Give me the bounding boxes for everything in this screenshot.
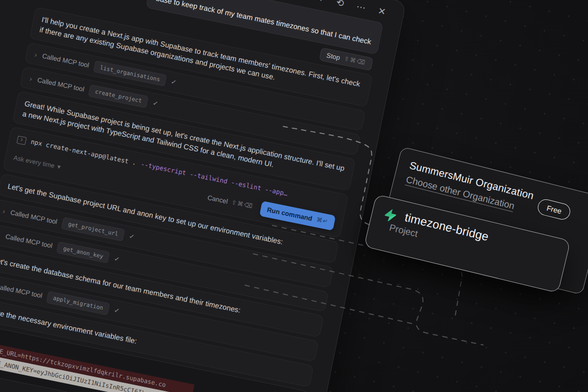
tool-name-pill: apply_migration [46,291,110,315]
tool-name-pill: get_anon_key [56,241,110,263]
cancel-label: Cancel [207,193,229,206]
stop-shortcut: ⇧⌘⌫ [343,55,367,67]
run-command-label: Run command [266,205,313,223]
check-icon: ✓ [113,306,120,316]
chevron-right-icon: › [0,230,1,241]
stop-label: Stop [326,51,341,61]
more-options-icon[interactable]: ⋯ [273,389,279,392]
check-icon: ✓ [128,232,135,242]
ask-every-time-label: Ask every time [13,153,55,171]
run-command-shortcut: ⌘↵ [316,216,329,226]
tool-name-pill: create_project [88,85,148,108]
chevron-right-icon: › [29,73,33,84]
more-options-icon[interactable]: ⋯ [355,0,367,13]
tool-row-label: Called MCP tool [4,232,53,250]
tool-name-pill: get_project_url [61,217,125,241]
terminal-icon: ❯ [17,135,27,145]
tool-row-label: Called MCP tool [41,51,90,70]
tool-row-label: Called MCP tool [9,208,58,226]
free-plan-badge: Free [537,197,572,221]
check-icon: ✓ [170,77,177,87]
new-chat-icon[interactable]: + [318,0,325,4]
cancel-button[interactable]: Cancel ⇧⌘⌫ [207,193,254,211]
close-icon[interactable]: ✕ [377,5,387,18]
ask-every-time-dropdown[interactable]: Ask every time ▾ [13,153,61,172]
history-icon[interactable]: ⟲ [335,0,345,9]
chevron-right-icon: › [2,206,6,217]
cancel-shortcut: ⇧⌘⌫ [231,198,254,211]
check-icon: ✓ [113,254,120,264]
tool-row-label: Called MCP tool [0,282,43,300]
tool-row-label: Called MCP tool [36,75,85,94]
check-icon: ✓ [152,99,159,109]
chevron-down-icon: ▾ [56,162,61,172]
chevron-right-icon: › [34,49,38,60]
